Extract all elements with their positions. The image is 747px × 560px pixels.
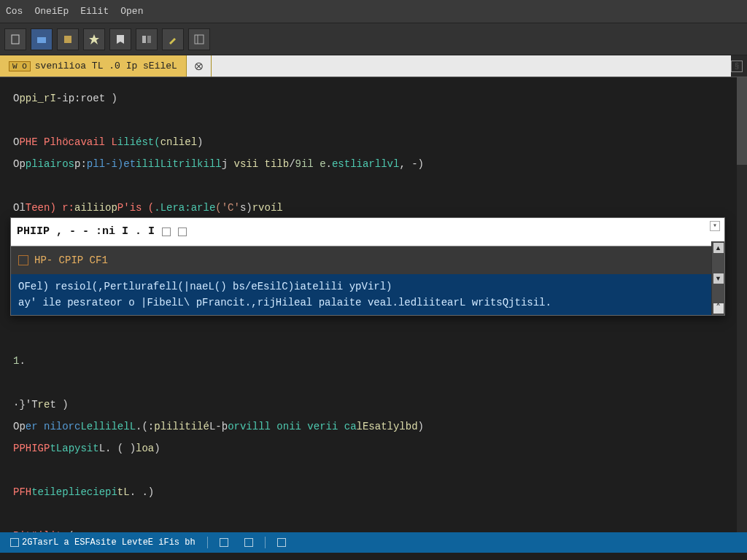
code-line: Oppliairosp:pll-i)etililLitrilkillj vsii… [13,153,734,175]
code-line: 1. [13,350,734,372]
menu-label: Open [120,6,143,17]
editor-scrollbar[interactable] [737,77,747,532]
autocomplete-scrollbar[interactable]: ▴ ▾ ˄ [711,241,724,315]
toolbar [0,23,747,55]
status-icon [220,538,228,547]
svg-rect-0 [12,35,19,44]
status-divider [265,537,266,548]
svg-rect-6 [195,35,204,44]
tab-spacer [212,55,731,77]
autocomplete-input-text: PHIIP , - - :ni I . I [17,221,155,243]
autocomplete-selected[interactable]: OFel) resiol(,Pertlurafell(|naeL() bs/eE… [11,274,724,315]
status-indicator[interactable] [273,538,290,547]
autocomplete-item-label: HP- CPIP CF1 [34,249,108,271]
code-line [13,372,734,394]
status-icon [244,538,253,547]
code-editor[interactable]: Oppi_rI-ip:roet )OPHE Plhöcavail Liliést… [0,77,747,532]
status-lang-icon [10,538,19,547]
code-line [13,503,734,525]
toolbar-tool-button[interactable] [162,28,184,50]
tab-active[interactable]: W O svenilioa TL .0 Ip sEileL [0,55,187,77]
status-lang-label: 2GTasrL a ESFAsite LevteE iFis bh [22,537,196,548]
scroll-close-icon[interactable]: ˄ [713,303,724,314]
svg-marker-3 [89,34,99,44]
menu-bar: Cos OneiEp Eilit Open [0,0,747,23]
status-indicator[interactable] [240,538,258,547]
autocomplete-dropdown-icon[interactable]: ▾ [710,221,720,231]
toolbar-panel-button[interactable] [136,28,158,50]
toolbar-layout-button[interactable] [188,28,210,50]
toolbar-save-button[interactable] [57,28,79,50]
svg-rect-5 [147,36,151,43]
menu-label: OneiEp [34,6,69,17]
tab-label: svenilioa TL .0 Ip sEileL [35,61,177,71]
menu-item-3[interactable]: Open [120,6,143,17]
svg-rect-1 [37,37,46,43]
menu-label: Cos [6,6,23,17]
autocomplete-item[interactable]: HP- CPIP CF1 [11,246,724,274]
code-line [13,109,734,131]
tab-close-icon[interactable]: ⨂ [195,61,203,71]
autocomplete-input[interactable]: PHIIP , - - :ni I . I ▾ [11,218,724,246]
completion-kind-icon [18,255,28,265]
scrollbar-thumb[interactable] [737,77,747,165]
code-line: PFHteileplieciepitL. .) [13,481,734,503]
status-bar: 2GTasrL a ESFAsite LevteE iFis bh [0,532,747,553]
status-icon [277,538,286,547]
toolbar-new-button[interactable] [4,28,26,50]
code-line: Oppi_rI-ip:roet ) [13,88,734,109]
status-lang[interactable]: 2GTasrL a ESFAsite LevteE iFis bh [6,537,200,548]
tab-bar: W O svenilioa TL .0 Ip sEileL ⨂ § [0,55,747,77]
autocomplete-doc-line: OFel) resiol(,Pertlurafell(|naeL() bs/eE… [18,279,717,295]
code-line: PPHIGPtLapysitL. ( )loa) [13,438,734,459]
autocomplete-chip-icon [162,228,171,236]
scroll-up-icon[interactable]: ▴ [713,243,724,253]
status-divider [207,537,208,548]
code-line [13,175,734,197]
status-indicator[interactable] [215,538,233,547]
svg-rect-4 [142,36,146,43]
code-line [13,459,734,481]
tab-inactive[interactable]: ⨂ [187,55,212,77]
code-line: ·}'Tret ) [13,394,734,416]
menu-label: Eilit [80,6,109,17]
autocomplete-doc-line: ay' ile pesrateor o |FibelL\ pFrancit.,r… [18,295,717,311]
menu-item-0[interactable]: Cos [6,6,23,17]
toolbar-open-button[interactable] [31,28,53,50]
toolbar-bookmark-button[interactable] [109,28,131,50]
code-line: OPHE Plhöcavail Liliést(cnliel) [13,131,734,153]
scroll-down-icon[interactable]: ▾ [713,273,724,284]
code-line: OlTeen) r:ailiiopP'is (.Lera:arle('C's)r… [13,197,734,219]
autocomplete-popup: PHIIP , - - :ni I . I ▾ HP- CPIP CF1 OFe… [10,217,725,316]
autocomplete-chip-icon [178,228,187,236]
code-line: Oper nilorcLellilelL.(:plilitiléL-þorvil… [13,416,734,438]
menu-item-1[interactable]: OneiEp [34,6,69,17]
tab-badge: W O [9,61,31,71]
tabbar-overflow-icon[interactable]: § [731,61,743,72]
menu-item-2[interactable]: Eilit [80,6,109,17]
code-line: Pitäilit (,a [13,525,734,532]
svg-rect-2 [64,36,71,43]
toolbar-wizard-button[interactable] [83,28,105,50]
